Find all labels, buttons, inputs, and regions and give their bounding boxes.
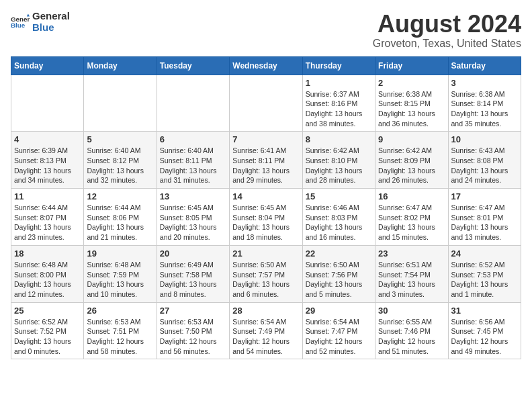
day-info: Sunrise: 6:51 AM Sunset: 7:54 PM Dayligh…	[378, 260, 445, 300]
day-info: Sunrise: 6:48 AM Sunset: 7:59 PM Dayligh…	[87, 260, 153, 300]
day-number: 13	[160, 191, 226, 201]
day-info: Sunrise: 6:45 AM Sunset: 8:05 PM Dayligh…	[160, 203, 226, 242]
day-info: Sunrise: 6:44 AM Sunset: 8:07 PM Dayligh…	[14, 203, 81, 242]
day-info: Sunrise: 6:50 AM Sunset: 7:57 PM Dayligh…	[232, 260, 299, 300]
weekday-header-saturday: Saturday	[448, 56, 521, 75]
day-info: Sunrise: 6:46 AM Sunset: 8:03 PM Dayligh…	[306, 203, 372, 242]
weekday-header-thursday: Thursday	[302, 56, 375, 75]
calendar-cell	[11, 75, 84, 132]
calendar-cell: 4Sunrise: 6:39 AM Sunset: 8:13 PM Daylig…	[11, 132, 84, 189]
calendar-cell: 9Sunrise: 6:42 AM Sunset: 8:09 PM Daylig…	[375, 132, 448, 189]
weekday-header-friday: Friday	[375, 56, 448, 75]
calendar-cell: 10Sunrise: 6:43 AM Sunset: 8:08 PM Dayli…	[448, 132, 521, 189]
day-number: 26	[87, 306, 153, 316]
day-number: 2	[378, 78, 445, 88]
day-info: Sunrise: 6:52 AM Sunset: 7:53 PM Dayligh…	[451, 260, 518, 300]
day-info: Sunrise: 6:54 AM Sunset: 7:49 PM Dayligh…	[232, 317, 299, 357]
day-info: Sunrise: 6:56 AM Sunset: 7:45 PM Dayligh…	[451, 317, 518, 357]
day-number: 28	[232, 306, 299, 316]
day-info: Sunrise: 6:39 AM Sunset: 8:13 PM Dayligh…	[14, 146, 81, 185]
day-number: 3	[451, 78, 518, 88]
weekday-header-sunday: Sunday	[11, 56, 84, 75]
main-title: August 2024	[373, 11, 521, 38]
day-number: 16	[378, 191, 445, 201]
weekday-header-wednesday: Wednesday	[230, 56, 302, 75]
day-number: 27	[160, 306, 226, 316]
day-number: 15	[306, 191, 372, 201]
calendar: SundayMondayTuesdayWednesdayThursdayFrid…	[11, 56, 521, 360]
day-number: 1	[306, 78, 372, 88]
day-info: Sunrise: 6:40 AM Sunset: 8:12 PM Dayligh…	[87, 146, 153, 185]
day-number: 9	[378, 134, 445, 144]
day-info: Sunrise: 6:53 AM Sunset: 7:51 PM Dayligh…	[87, 317, 153, 357]
calendar-cell: 3Sunrise: 6:38 AM Sunset: 8:14 PM Daylig…	[448, 75, 521, 132]
calendar-cell: 19Sunrise: 6:48 AM Sunset: 7:59 PM Dayli…	[84, 245, 157, 302]
day-info: Sunrise: 6:43 AM Sunset: 8:08 PM Dayligh…	[451, 146, 518, 185]
week-row-2: 4Sunrise: 6:39 AM Sunset: 8:13 PM Daylig…	[11, 132, 521, 189]
day-number: 14	[232, 191, 299, 201]
weekday-header-monday: Monday	[84, 56, 157, 75]
day-number: 31	[451, 306, 518, 316]
day-number: 23	[378, 248, 445, 259]
weekday-header-tuesday: Tuesday	[157, 56, 229, 75]
calendar-cell: 12Sunrise: 6:44 AM Sunset: 8:06 PM Dayli…	[84, 189, 157, 246]
day-info: Sunrise: 6:54 AM Sunset: 7:47 PM Dayligh…	[306, 317, 372, 357]
day-info: Sunrise: 6:52 AM Sunset: 7:52 PM Dayligh…	[14, 317, 81, 357]
title-area: August 2024 Groveton, Texas, United Stat…	[373, 11, 521, 50]
day-number: 4	[14, 134, 81, 144]
day-number: 21	[232, 248, 299, 259]
day-number: 10	[451, 134, 518, 144]
calendar-cell: 31Sunrise: 6:56 AM Sunset: 7:45 PM Dayli…	[448, 302, 521, 359]
calendar-cell: 11Sunrise: 6:44 AM Sunset: 8:07 PM Dayli…	[11, 189, 84, 246]
week-row-5: 25Sunrise: 6:52 AM Sunset: 7:52 PM Dayli…	[11, 302, 521, 359]
day-number: 17	[451, 191, 518, 201]
calendar-cell: 22Sunrise: 6:50 AM Sunset: 7:56 PM Dayli…	[302, 245, 375, 302]
day-number: 20	[160, 248, 226, 259]
day-number: 18	[14, 248, 81, 259]
day-info: Sunrise: 6:40 AM Sunset: 8:11 PM Dayligh…	[160, 146, 226, 185]
logo: General Blue General Blue	[11, 11, 70, 33]
header: General Blue General Blue August 2024 Gr…	[11, 11, 521, 50]
day-number: 5	[87, 134, 153, 144]
day-number: 11	[14, 191, 81, 201]
day-number: 30	[378, 306, 445, 316]
calendar-cell: 29Sunrise: 6:54 AM Sunset: 7:47 PM Dayli…	[302, 302, 375, 359]
day-info: Sunrise: 6:37 AM Sunset: 8:16 PM Dayligh…	[306, 89, 372, 129]
calendar-cell: 14Sunrise: 6:45 AM Sunset: 8:04 PM Dayli…	[230, 189, 302, 246]
day-info: Sunrise: 6:47 AM Sunset: 8:02 PM Dayligh…	[378, 203, 445, 242]
calendar-cell: 16Sunrise: 6:47 AM Sunset: 8:02 PM Dayli…	[375, 189, 448, 246]
calendar-cell: 8Sunrise: 6:42 AM Sunset: 8:10 PM Daylig…	[302, 132, 375, 189]
day-info: Sunrise: 6:50 AM Sunset: 7:56 PM Dayligh…	[306, 260, 372, 300]
week-row-3: 11Sunrise: 6:44 AM Sunset: 8:07 PM Dayli…	[11, 189, 521, 246]
day-info: Sunrise: 6:41 AM Sunset: 8:11 PM Dayligh…	[232, 146, 299, 185]
calendar-cell: 27Sunrise: 6:53 AM Sunset: 7:50 PM Dayli…	[157, 302, 229, 359]
day-number: 7	[232, 134, 299, 144]
day-info: Sunrise: 6:45 AM Sunset: 8:04 PM Dayligh…	[232, 203, 299, 242]
calendar-cell: 6Sunrise: 6:40 AM Sunset: 8:11 PM Daylig…	[157, 132, 229, 189]
day-info: Sunrise: 6:42 AM Sunset: 8:10 PM Dayligh…	[306, 146, 372, 185]
day-number: 8	[306, 134, 372, 144]
day-info: Sunrise: 6:48 AM Sunset: 8:00 PM Dayligh…	[14, 260, 81, 300]
day-number: 22	[306, 248, 372, 259]
subtitle: Groveton, Texas, United States	[373, 38, 521, 50]
calendar-cell: 13Sunrise: 6:45 AM Sunset: 8:05 PM Dayli…	[157, 189, 229, 246]
calendar-cell: 26Sunrise: 6:53 AM Sunset: 7:51 PM Dayli…	[84, 302, 157, 359]
day-info: Sunrise: 6:53 AM Sunset: 7:50 PM Dayligh…	[160, 317, 226, 357]
calendar-cell: 17Sunrise: 6:47 AM Sunset: 8:01 PM Dayli…	[448, 189, 521, 246]
day-info: Sunrise: 6:47 AM Sunset: 8:01 PM Dayligh…	[451, 203, 518, 242]
day-number: 6	[160, 134, 226, 144]
calendar-cell: 21Sunrise: 6:50 AM Sunset: 7:57 PM Dayli…	[230, 245, 302, 302]
calendar-cell: 15Sunrise: 6:46 AM Sunset: 8:03 PM Dayli…	[302, 189, 375, 246]
calendar-cell: 7Sunrise: 6:41 AM Sunset: 8:11 PM Daylig…	[230, 132, 302, 189]
calendar-cell	[157, 75, 229, 132]
day-info: Sunrise: 6:38 AM Sunset: 8:15 PM Dayligh…	[378, 89, 445, 129]
calendar-cell	[84, 75, 157, 132]
day-info: Sunrise: 6:55 AM Sunset: 7:46 PM Dayligh…	[378, 317, 445, 357]
day-number: 25	[14, 306, 81, 316]
calendar-cell: 30Sunrise: 6:55 AM Sunset: 7:46 PM Dayli…	[375, 302, 448, 359]
day-number: 19	[87, 248, 153, 259]
logo-blue: Blue	[32, 22, 70, 34]
logo-general: General	[32, 11, 70, 22]
day-info: Sunrise: 6:42 AM Sunset: 8:09 PM Dayligh…	[378, 146, 445, 185]
calendar-cell: 25Sunrise: 6:52 AM Sunset: 7:52 PM Dayli…	[11, 302, 84, 359]
